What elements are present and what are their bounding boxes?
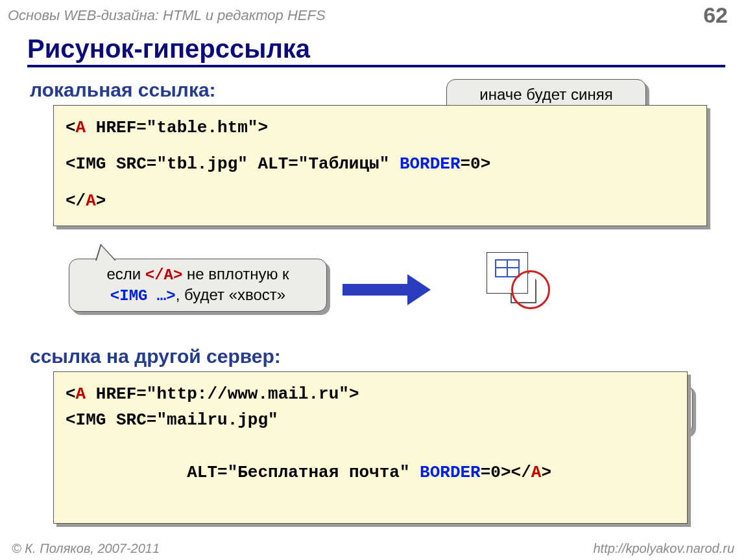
highlight-circle-icon	[511, 270, 550, 309]
doc-title: Основы WEB-дизайна: HTML и редактор HEFS	[8, 7, 326, 24]
code-line: <A HREF="http://www.mail.ru">	[66, 381, 675, 407]
code-line: <IMG SRC="mailru.jpg"	[66, 407, 675, 433]
page-number: 62	[703, 3, 733, 28]
callout-line: <IMG …>, будет «хвост»	[81, 285, 315, 306]
slide-title: Рисунок-гиперссылка	[27, 34, 725, 64]
callout-tail: если </A> не вплотную к <IMG …>, будет «…	[69, 259, 327, 312]
image-link-preview	[487, 252, 528, 294]
code-box-remote: <A HREF="http://www.mail.ru"> <IMG SRC="…	[53, 371, 688, 524]
callout-line: иначе будет синяя	[459, 85, 634, 104]
footer-copyright: © К. Поляков, 2007-2011	[12, 541, 160, 556]
callout-line: если </A> не вплотную к	[81, 264, 315, 285]
code-line: ALT="Бесплатная почта" BORDER=0></A>	[66, 433, 675, 511]
code-box-local: <A HREF="table.htm"> <IMG SRC="tbl.jpg" …	[53, 105, 707, 226]
callout-pointer-icon	[95, 244, 116, 261]
arrow-icon	[343, 274, 431, 305]
code-line: <IMG SRC="tbl.jpg" ALT="Таблицы" BORDER=…	[66, 151, 695, 177]
footer-url: http://kpolyakov.narod.ru	[593, 541, 734, 556]
section-remote-link: ссылка на другой сервер:	[30, 345, 746, 368]
code-line: </A>	[66, 188, 695, 214]
code-line: <A HREF="table.htm">	[66, 115, 695, 141]
